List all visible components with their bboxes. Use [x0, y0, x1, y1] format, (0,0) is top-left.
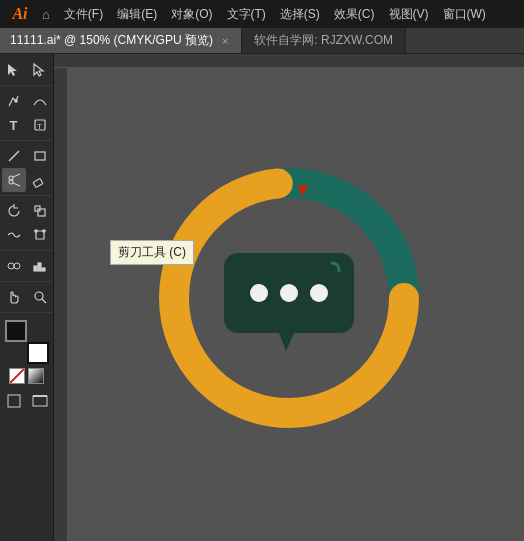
svg-rect-4: [35, 152, 45, 160]
tool-group-pen: T T: [0, 89, 53, 141]
area-type-tool[interactable]: T: [28, 113, 52, 137]
chat-icon-wrapper: [214, 233, 364, 363]
svg-point-15: [8, 263, 14, 269]
gradient-swatch[interactable]: [28, 368, 44, 384]
title-bar: Ai ⌂ 文件(F) 编辑(E) 对象(O) 文字(T) 选择(S) 效果(C)…: [0, 0, 524, 28]
tool-group-select: [0, 58, 53, 86]
fill-swatch[interactable]: [5, 320, 27, 342]
svg-line-7: [12, 174, 20, 177]
tab-inactive[interactable]: 软件自学网: RJZXW.COM: [242, 28, 406, 53]
chat-icon-svg: [214, 233, 364, 363]
vertical-ruler: [54, 68, 68, 541]
rectangle-tool[interactable]: [28, 144, 52, 168]
svg-point-29: [250, 284, 268, 302]
main-area: T T: [0, 54, 524, 541]
svg-point-31: [310, 284, 328, 302]
scissors-tool[interactable]: [2, 168, 26, 192]
svg-point-16: [14, 263, 20, 269]
svg-rect-22: [8, 395, 20, 407]
tool-group-view: [0, 285, 53, 313]
menu-window[interactable]: 窗口(W): [437, 4, 492, 25]
svg-text:T: T: [37, 122, 42, 131]
direct-select-tool[interactable]: [28, 58, 52, 82]
rotate-tool[interactable]: [2, 199, 26, 223]
menu-view[interactable]: 视图(V): [383, 4, 435, 25]
tool-group-transform: [0, 199, 53, 251]
app-logo: Ai: [6, 5, 34, 23]
stroke-swatch[interactable]: [27, 342, 49, 364]
tool-group-shape: [0, 144, 53, 196]
canvas-background: ▼: [94, 68, 484, 528]
horizontal-ruler: [54, 54, 524, 68]
svg-rect-10: [38, 209, 45, 216]
scale-tool[interactable]: [28, 199, 52, 223]
left-toolbar: T T: [0, 54, 54, 541]
swatch-extras: [4, 368, 49, 384]
menu-file[interactable]: 文件(F): [58, 4, 109, 25]
home-button[interactable]: ⌂: [42, 7, 50, 22]
tab-inactive-label: 软件自学网: RJZXW.COM: [254, 32, 393, 49]
svg-point-0: [14, 100, 16, 102]
svg-line-21: [42, 299, 46, 303]
type-tool[interactable]: T: [2, 113, 26, 137]
symbol-tool[interactable]: [2, 254, 26, 278]
menu-edit[interactable]: 编辑(E): [111, 4, 163, 25]
hand-tool[interactable]: [2, 285, 26, 309]
pen-tool[interactable]: [2, 89, 26, 113]
none-swatch[interactable]: [9, 368, 25, 384]
tab-active[interactable]: 11111.ai* @ 150% (CMYK/GPU 预览) ×: [0, 28, 242, 53]
menu-effect[interactable]: 效果(C): [328, 4, 381, 25]
canvas-area: 剪刀工具 (C) ▼: [54, 54, 524, 541]
normal-screen-mode[interactable]: [2, 389, 26, 413]
full-screen-mode[interactable]: [28, 389, 52, 413]
color-swatches-area: [0, 316, 53, 386]
svg-rect-19: [42, 268, 45, 271]
svg-line-3: [9, 151, 19, 161]
line-tool[interactable]: [2, 144, 26, 168]
screen-mode-area: [0, 387, 54, 415]
tab-close-button[interactable]: ×: [219, 34, 231, 48]
eraser-tool[interactable]: [28, 168, 52, 192]
svg-point-20: [35, 292, 43, 300]
svg-line-8: [12, 183, 20, 186]
menu-object[interactable]: 对象(O): [165, 4, 218, 25]
svg-point-14: [42, 230, 44, 232]
svg-rect-17: [34, 266, 37, 271]
svg-rect-9: [33, 178, 43, 187]
curvature-tool[interactable]: [28, 89, 52, 113]
select-tool[interactable]: [2, 58, 26, 82]
tool-group-graph: [0, 254, 53, 282]
graph-tool[interactable]: [28, 254, 52, 278]
svg-marker-28: [279, 333, 294, 351]
menu-bar: 文件(F) 编辑(E) 对象(O) 文字(T) 选择(S) 效果(C) 视图(V…: [58, 4, 518, 25]
svg-point-13: [34, 230, 36, 232]
artwork-container: ▼: [149, 158, 429, 438]
color-swatch-container: [5, 320, 49, 364]
free-transform-tool[interactable]: [28, 223, 52, 247]
svg-rect-18: [38, 263, 41, 271]
tab-bar: 11111.ai* @ 150% (CMYK/GPU 预览) × 软件自学网: …: [0, 28, 524, 54]
tab-active-label: 11111.ai* @ 150% (CMYK/GPU 预览): [10, 32, 213, 49]
menu-text[interactable]: 文字(T): [221, 4, 272, 25]
svg-point-30: [280, 284, 298, 302]
warp-tool[interactable]: [2, 223, 26, 247]
zoom-tool[interactable]: [28, 285, 52, 309]
menu-select[interactable]: 选择(S): [274, 4, 326, 25]
svg-rect-23: [33, 396, 47, 406]
tab-bar-right: [504, 28, 524, 53]
